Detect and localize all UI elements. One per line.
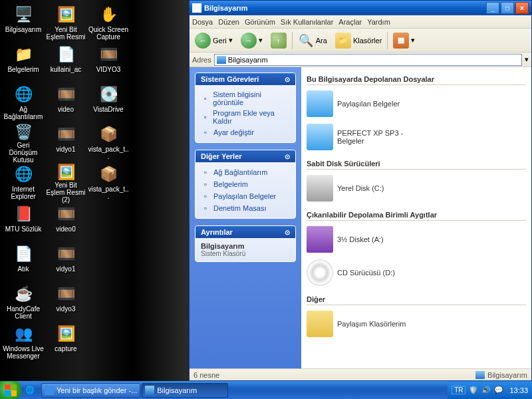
desktop-icon[interactable]: 👥Windows Live Messenger — [3, 322, 44, 360]
taskbar-task[interactable]: Yeni bir başlık gönder -... — [41, 383, 140, 398]
up-button[interactable]: ↑ — [268, 31, 289, 50]
content-item[interactable]: Paylaşım Klasörlerim — [307, 311, 426, 337]
minimize-button[interactable]: _ — [486, 2, 499, 14]
detail-name: Bilgisayarım — [201, 242, 290, 250]
menu-item[interactable]: Sık Kullanılanlar — [281, 18, 334, 26]
item-icon: ▫ — [201, 192, 210, 201]
window-title: Bilgisayarım — [204, 4, 485, 12]
desktop-icon[interactable]: 📄kullaini_ac — [45, 43, 86, 81]
desktop-icon[interactable]: 🖼️Yeni Bit Eşlem Resmi — [45, 3, 86, 41]
clock[interactable]: 13:33 — [509, 386, 528, 394]
menu-item[interactable]: Dosya — [192, 18, 213, 26]
icon-label: Bilgisayarım — [5, 26, 41, 33]
tray-icon[interactable]: 💬 — [494, 386, 503, 395]
search-label: Ara — [316, 37, 327, 45]
desktop-icon[interactable]: 📄Atık — [3, 242, 44, 281]
desktop-icon[interactable]: 🎞️video0 — [45, 202, 86, 241]
sidebar-item[interactable]: ▫Sistem bilgisini görüntüle — [201, 89, 290, 108]
desktop-icon[interactable]: 🎞️vidyo1 — [45, 122, 86, 161]
menu-item[interactable]: Düzen — [218, 18, 239, 26]
status-left: 6 nesne — [194, 371, 219, 379]
item-label: Sistem bilgisini görüntüle — [213, 90, 290, 106]
content-item[interactable]: 3½ Disket (A:) — [307, 226, 426, 253]
desktop-icon[interactable]: 📦vista_pack_t... — [88, 122, 129, 161]
ie-icon[interactable]: 🌐 — [24, 384, 36, 396]
desktop-icon[interactable]: 🌐Ağ Bağlantılarım — [3, 82, 44, 121]
sidebar-item[interactable]: ▫Denetim Masası — [201, 202, 290, 214]
desktop-icon[interactable]: 🎞️video — [45, 82, 86, 121]
search-button[interactable]: 🔍Ara — [295, 31, 330, 50]
sidebar-item[interactable]: ▫Ayar değiştir — [201, 126, 290, 138]
icon-label: Belgelerim — [7, 66, 39, 73]
box-header[interactable]: Sistem Görevleri⊙ — [196, 73, 295, 85]
icon-label: vista_pack_t... — [88, 146, 129, 160]
menu-item[interactable]: Yardım — [367, 18, 390, 26]
back-label: Geri — [213, 37, 227, 45]
desktop-icon[interactable]: 🎞️vidyo3 — [45, 282, 86, 321]
item-label: Ayar değiştir — [213, 128, 254, 136]
language-indicator[interactable]: TR — [452, 386, 466, 394]
icon-label: Windows Live Messenger — [3, 345, 44, 360]
box-header[interactable]: Diğer Yerler⊙ — [196, 150, 295, 162]
sidebar-item[interactable]: ▫Paylaşılan Belgeler — [201, 190, 290, 202]
titlebar[interactable]: Bilgisayarım _ □ × — [190, 1, 531, 15]
views-button[interactable]: ▦▾ — [390, 31, 418, 50]
address-label: Adres — [192, 56, 211, 64]
desktop-icon[interactable]: 📦vista_pack_t... — [88, 162, 129, 201]
sidebar-item[interactable]: ▫Program Ekle veya Kaldır — [201, 108, 290, 126]
item-icon — [307, 90, 333, 117]
windows-live-messenger-icon: 👥 — [13, 323, 34, 344]
item-icon: ▫ — [201, 94, 209, 103]
desktop-icon[interactable]: ☕HandyCafe Client — [3, 282, 44, 321]
close-button[interactable]: × — [515, 2, 529, 14]
desktop-icon[interactable]: 📁Belgelerim — [3, 43, 44, 81]
box-header[interactable]: Ayrıntılar⊙ — [196, 226, 295, 238]
taskbar-task[interactable]: Bilgisayarım — [142, 383, 228, 398]
folders-label: Klasörler — [353, 37, 382, 45]
desktop-icon[interactable]: 💽VistaDrive — [88, 82, 129, 121]
sidebar-item[interactable]: ▫Ağ Bağlantılarım — [201, 166, 290, 178]
content-item[interactable]: Paylaşılan Belgeler — [307, 90, 426, 117]
content-item[interactable]: PERFECT XP SP3 - Belgeler — [307, 124, 426, 150]
desktop-icon[interactable]: 🎞️vidyo1 — [45, 242, 86, 281]
item-icon — [307, 226, 333, 253]
back-button[interactable]: ←Geri▾ — [192, 31, 235, 50]
desktop-icon[interactable]: 📕MTU Sözlük — [3, 202, 44, 241]
desktop-icon[interactable]: 🖼️Yeni Bit Eşlem Resmi (2) — [45, 162, 86, 201]
icon-label: Yeni Bit Eşlem Resmi — [45, 26, 86, 41]
computer-icon — [192, 3, 201, 13]
icon-label: VistaDrive — [93, 106, 123, 113]
desktop-icon[interactable]: 🖼️capture — [45, 322, 86, 360]
content-item[interactable]: CD Sürücüsü (D:) — [307, 259, 426, 286]
maximize-button[interactable]: □ — [501, 2, 514, 14]
desktop-icon[interactable]: 🖥️Bilgisayarım — [3, 3, 44, 41]
vidyo1-icon: 🎞️ — [55, 243, 76, 265]
icon-label: Atık — [17, 265, 29, 273]
folders-button[interactable]: 📁Klasörler — [332, 31, 384, 50]
toolbar: ←Geri▾ →▾ ↑ 🔍Ara 📁Klasörler ▦▾ — [190, 29, 531, 53]
sidebar-item[interactable]: ▫Belgelerim — [201, 178, 290, 190]
tray-icon[interactable]: 🔊 — [481, 386, 491, 395]
tray-icon[interactable]: 🛡️ — [469, 386, 478, 395]
menu-item[interactable]: Araçlar — [338, 18, 362, 26]
task-icon — [45, 386, 54, 395]
menu-item[interactable]: Görünüm — [245, 18, 275, 26]
chevron-down-icon[interactable]: ▾ — [525, 55, 529, 64]
task-icon — [145, 386, 154, 395]
desktop-icon[interactable]: 🗑️Geri Dönüşüm Kutusu — [3, 122, 44, 161]
task-label: Bilgisayarım — [157, 386, 197, 394]
other-places-box: Diğer Yerler⊙ ▫Ağ Bağlantılarım▫Belgeler… — [195, 150, 296, 219]
address-bar: Adres Bilgisayarım ▾ — [190, 53, 531, 67]
forward-button[interactable]: →▾ — [238, 31, 265, 50]
desktop-icon[interactable]: 🎞️VIDYO3 — [88, 43, 129, 81]
start-button[interactable] — [0, 381, 21, 399]
bilgisayar-m-icon: 🖥️ — [13, 4, 34, 25]
icon-label: capture — [55, 345, 76, 352]
content-item[interactable]: Yerel Disk (C:) — [307, 175, 426, 201]
kullaini-ac-icon: 📄 — [55, 44, 76, 65]
task-label: Yeni bir başlık gönder -... — [57, 386, 137, 394]
desktop-icon[interactable]: ✋Quick Screen Capture — [88, 3, 129, 41]
desktop-icon[interactable]: 🌐Internet Explorer — [3, 162, 44, 201]
computer-icon — [217, 56, 226, 64]
address-field[interactable]: Bilgisayarım — [214, 54, 522, 66]
